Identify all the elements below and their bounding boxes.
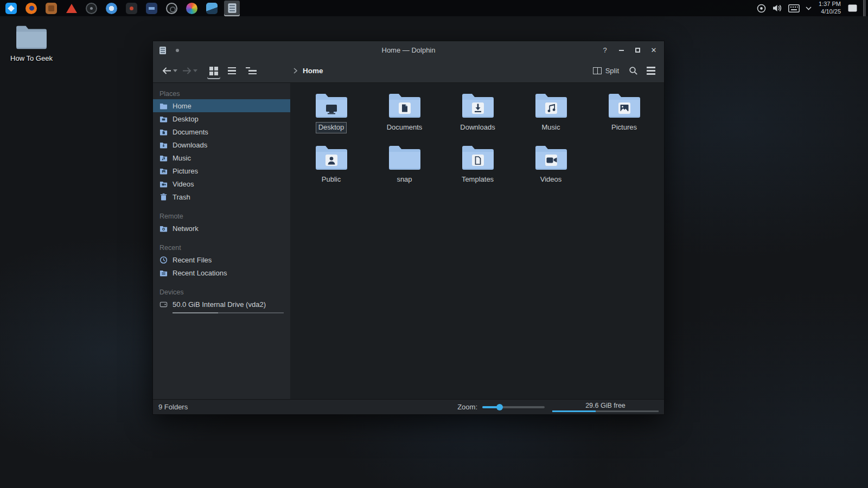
split-button[interactable]: Split	[590, 65, 622, 77]
file-music[interactable]: Music	[514, 88, 588, 140]
recorder-tray-icon[interactable]	[757, 4, 766, 13]
file-videos[interactable]: Videos	[514, 140, 588, 192]
panel-edge-strip[interactable]	[863, 0, 866, 16]
public-folder-icon	[314, 143, 349, 172]
music-folder-icon	[534, 91, 569, 120]
window-content: Places Home Desktop Documents Downloads …	[153, 83, 664, 399]
zoom-slider[interactable]	[482, 406, 545, 408]
back-button[interactable]	[159, 63, 180, 79]
toolbar: Home Split	[153, 59, 664, 83]
close-button[interactable]: ✕	[647, 44, 661, 57]
details-view-button[interactable]	[226, 63, 238, 79]
sidebar-item-downloads[interactable]: Downloads	[153, 138, 290, 151]
folder-count: 9 Folders	[158, 403, 188, 411]
pictures-folder-icon	[159, 167, 168, 175]
split-label: Split	[605, 67, 619, 75]
chevron-right-icon	[293, 68, 297, 74]
file-public[interactable]: Public	[295, 140, 368, 192]
menu-button[interactable]	[644, 63, 658, 79]
sidebar-item-trash[interactable]: Trash	[153, 190, 290, 203]
remote-section-header: Remote	[153, 210, 290, 222]
photos-app-icon[interactable]	[184, 1, 200, 16]
places-panel: Places Home Desktop Documents Downloads …	[153, 83, 290, 399]
taskbar	[1, 0, 240, 16]
help-button[interactable]: ?	[598, 44, 612, 57]
sidebar-item-home[interactable]: Home	[153, 99, 290, 112]
minimize-icon	[619, 50, 624, 51]
breadcrumb[interactable]: Home	[293, 67, 323, 75]
search-button[interactable]	[627, 63, 640, 79]
sidebar-item-desktop[interactable]: Desktop	[153, 112, 290, 125]
icons-view-button[interactable]	[207, 63, 220, 79]
zoom-label: Zoom:	[457, 403, 477, 411]
zoom-control: Zoom:	[457, 403, 545, 411]
sidebar-item-pictures[interactable]: Pictures	[153, 164, 290, 177]
top-panel: 1:37 PM 4/10/25	[0, 0, 868, 16]
sidebar-item-music[interactable]: Music	[153, 151, 290, 164]
minimize-button[interactable]	[614, 44, 628, 57]
expand-tray-chevron-icon[interactable]	[806, 7, 812, 10]
titlebar[interactable]: Home — Dolphin ? ✕	[153, 41, 664, 59]
templates-folder-icon	[461, 143, 495, 172]
videos-folder-icon	[534, 143, 569, 172]
sidebar-item-documents[interactable]: Documents	[153, 125, 290, 138]
music-folder-icon	[159, 154, 168, 162]
clock[interactable]: 1:37 PM 4/10/25	[818, 1, 842, 16]
drive-capacity-bar	[173, 312, 284, 313]
browser-icon[interactable]	[104, 1, 119, 16]
file-documents[interactable]: Documents	[368, 88, 441, 140]
documents-folder-icon	[159, 128, 168, 136]
keyboard-layout-icon[interactable]	[788, 4, 800, 12]
sidebar-item-internal-drive[interactable]: 50.0 GiB Internal Drive (vda2)	[153, 298, 290, 311]
disc-player-icon[interactable]	[84, 1, 99, 16]
package-manager-icon[interactable]	[43, 1, 59, 16]
downloads-folder-icon	[159, 141, 168, 149]
file-pictures[interactable]: Pictures	[588, 88, 661, 140]
firefox-icon[interactable]	[23, 1, 39, 16]
volume-icon[interactable]	[772, 4, 782, 12]
home-folder-icon	[159, 102, 168, 110]
back-arrow-icon	[162, 67, 172, 75]
utility-app-icon[interactable]	[124, 1, 139, 16]
system-tray: 1:37 PM 4/10/25	[757, 0, 867, 16]
recorder-app-icon[interactable]	[164, 1, 180, 16]
tree-view-icon	[246, 67, 257, 75]
sidebar-item-videos[interactable]: Videos	[153, 177, 290, 190]
sidebar-item-recent-locations[interactable]: Recent Locations	[153, 266, 290, 279]
hamburger-icon	[647, 67, 655, 75]
file-snap[interactable]: snap	[368, 140, 441, 192]
clock-date: 4/10/25	[819, 8, 841, 16]
zoom-slider-thumb[interactable]	[496, 404, 503, 410]
details-view-icon	[228, 67, 236, 75]
ardour-icon[interactable]	[63, 1, 79, 16]
split-icon	[593, 67, 602, 74]
dolphin-task-icon[interactable]	[224, 1, 240, 16]
sidebar-item-recent-files[interactable]: Recent Files	[153, 253, 290, 266]
desktop-folder-icon	[159, 115, 168, 123]
forward-button[interactable]	[180, 63, 200, 79]
folder-view[interactable]: Desktop Documents	[290, 83, 664, 399]
free-space-label: 29.6 GiB free	[552, 402, 659, 409]
maximize-button[interactable]	[630, 44, 644, 57]
tree-view-button[interactable]	[244, 63, 259, 79]
show-desktop-icon[interactable]	[848, 4, 857, 12]
desktop-shortcut-how-to-geek[interactable]: How To Geek	[8, 24, 55, 62]
free-space-bar	[552, 410, 659, 412]
paraview-icon[interactable]	[204, 1, 220, 16]
file-desktop[interactable]: Desktop	[295, 88, 368, 140]
sidebar-item-network[interactable]: Network	[153, 222, 290, 235]
close-icon: ✕	[651, 47, 657, 54]
file-templates[interactable]: Templates	[441, 140, 514, 192]
clock-icon	[159, 256, 168, 264]
places-section-header: Places	[153, 87, 290, 99]
search-icon	[629, 66, 638, 75]
breadcrumb-home[interactable]: Home	[303, 67, 323, 75]
maximize-icon	[635, 48, 640, 53]
network-folder-icon	[159, 224, 168, 233]
recent-section-header: Recent	[153, 241, 290, 253]
folder-icon	[15, 24, 48, 51]
office-app-icon[interactable]	[144, 1, 159, 16]
plasma-launcher-icon[interactable]	[3, 1, 19, 16]
file-downloads[interactable]: Downloads	[441, 88, 514, 140]
free-space-widget: 29.6 GiB free	[552, 402, 659, 412]
